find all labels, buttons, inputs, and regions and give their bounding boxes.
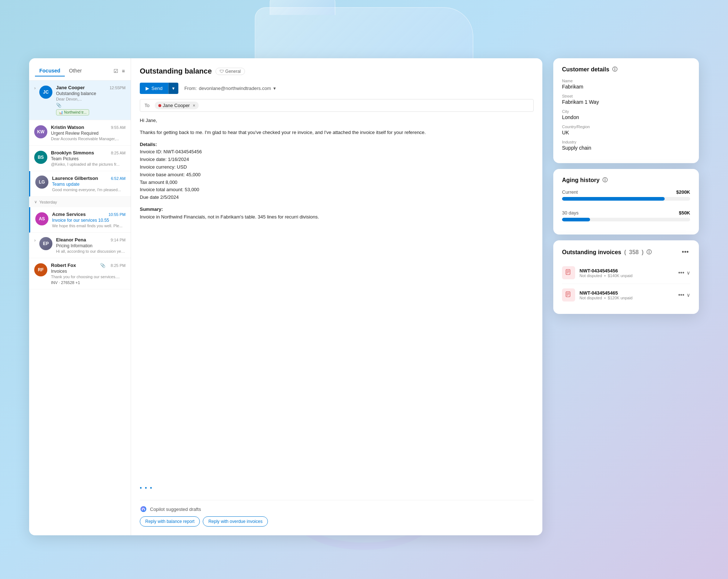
- invoice-icon-2: [562, 288, 575, 302]
- subject-as: Invoice for our services 10.55: [52, 218, 126, 223]
- country-label: Country/Region: [562, 125, 690, 129]
- recipient-dot: [158, 104, 161, 107]
- checkbox-icon[interactable]: ☑: [114, 68, 118, 74]
- recipient-chip-jane-cooper: Jane Cooper ×: [155, 102, 199, 109]
- from-line: From: devonlane@northwindtraders.com ▾: [184, 86, 276, 91]
- invoice-date-line: Invoice date: 1/16/2024: [140, 157, 189, 162]
- outstanding-invoices-title: Outstanding invoices (358) ⓘ •••: [562, 248, 690, 256]
- aging-row-30days: 30 days $50K: [562, 210, 690, 221]
- reply-overdue-invoices-button[interactable]: Reply with overdue invoices: [203, 516, 268, 527]
- info-icon-aging[interactable]: ⓘ: [602, 177, 608, 184]
- street-label: Street: [562, 94, 690, 98]
- email-item-laurence-gilbertson[interactable]: LG Laurence Gilbertson 6:52 AM Teams upd…: [29, 171, 131, 197]
- general-badge: 🛡 General: [215, 68, 245, 75]
- invoice-id-2: NWT-0434545465: [579, 290, 674, 296]
- send-button[interactable]: ▶ Send: [140, 83, 168, 94]
- card-title-left: Outstanding invoices (358) ⓘ: [562, 249, 652, 256]
- invoice-expand-button-1[interactable]: ∨: [687, 270, 690, 276]
- email-content-rf: Robert Fox 📎 8:25 PM Invoices Thank you …: [51, 263, 126, 285]
- svg-point-1: [142, 509, 143, 511]
- avatar-ep: EP: [39, 237, 52, 250]
- email-panel: Focused Other ☑ ≡ › JC Jane Cooper 12: [29, 58, 542, 535]
- reply-balance-report-button[interactable]: Reply with balance report: [140, 516, 200, 527]
- due-date-line: Due date 2/5/2024: [140, 194, 179, 200]
- send-dropdown-button[interactable]: ▾: [168, 83, 178, 94]
- invoice-icon-1: [562, 266, 575, 279]
- filter-icon[interactable]: ≡: [122, 68, 125, 74]
- invoice-status-2: Not disputed • $120K unpaid: [579, 296, 674, 300]
- remove-recipient-button[interactable]: ×: [193, 103, 195, 108]
- invoices-more-button[interactable]: •••: [680, 248, 690, 256]
- avatar-jc: JC: [39, 86, 52, 99]
- aging-label-30days: 30 days $50K: [562, 210, 690, 216]
- preview-bs: @Keiko, I uploaded all the pictures fr..…: [51, 162, 126, 166]
- email-item-jane-cooper[interactable]: › JC Jane Cooper 12:55PM Outstanding bal…: [29, 80, 131, 120]
- outstanding-invoices-card: Outstanding invoices (358) ⓘ ••• NWT-: [553, 240, 699, 314]
- email-content-lg: Laurence Gilbertson 6:52 AM Teams update…: [52, 176, 126, 192]
- date-separator-yesterday: ∨ Yesterday: [29, 197, 131, 207]
- right-panel: Customer details ⓘ Name Fabrikam Street …: [553, 58, 699, 535]
- email-content-bs: Brooklyn Simmons 8:25 AM Team Pictures @…: [51, 150, 126, 166]
- preview-ep: Hi all, according to our discussion yes.…: [56, 249, 126, 253]
- invoice-expand-button-2[interactable]: ∨: [687, 292, 690, 298]
- preview-rf: Thank you for choosing our services....: [51, 275, 126, 279]
- collapse-icon[interactable]: ∨: [34, 200, 37, 204]
- industry-value: Supply chain: [562, 145, 690, 151]
- tab-focused[interactable]: Focused: [35, 66, 65, 76]
- info-icon-invoices[interactable]: ⓘ: [646, 249, 652, 256]
- expand-icon-ep: ›: [34, 238, 36, 243]
- copilot-section: Copilot suggested drafts Reply with bala…: [140, 500, 534, 527]
- invoice-info-2: NWT-0434545465 Not disputed • $120K unpa…: [579, 290, 674, 300]
- email-item-robert-fox[interactable]: RF Robert Fox 📎 8:25 PM Invoices Thank y…: [29, 258, 131, 290]
- invoice-menu-button-1[interactable]: •••: [678, 269, 684, 276]
- invoice-file-icon-2: [565, 291, 572, 299]
- svg-rect-4: [567, 271, 569, 271]
- invoice-currency-line: Invoice currency: USD: [140, 164, 187, 170]
- invoice-id-line: Invoice ID: NWT-0434545456: [140, 149, 202, 154]
- email-list-header: Focused Other ☑ ≡: [29, 58, 131, 80]
- to-field[interactable]: To Jane Cooper ×: [140, 99, 534, 112]
- invoice-total-line: Invoice total amount: 53,000: [140, 187, 199, 192]
- suggestion-buttons: Reply with balance report Reply with ove…: [140, 516, 534, 527]
- subject-lg: Teams update: [52, 182, 126, 187]
- expand-icon-jc: ›: [34, 86, 36, 91]
- industry-label: Industry: [562, 140, 690, 144]
- info-icon-customer[interactable]: ⓘ: [612, 66, 617, 73]
- time-rf: 8:25 PM: [111, 263, 126, 268]
- email-item-acme-services[interactable]: AS Acme Services 10:55 PM Invoice for ou…: [29, 207, 131, 233]
- sender-as: Acme Services 10:55 PM: [52, 212, 126, 217]
- email-content-kw: Kristin Watson 9:55 AM Urgent Review Req…: [51, 125, 126, 141]
- avatar-kw: KW: [34, 125, 47, 138]
- from-dropdown-icon[interactable]: ▾: [273, 86, 276, 91]
- email-item-kristin-watson[interactable]: KW Kristin Watson 9:55 AM Urgent Review …: [29, 120, 131, 146]
- customer-street-row: Street Fabrikam 1 Way: [562, 94, 690, 105]
- subject-jc: Outstanding balance: [56, 91, 126, 96]
- copilot-label: Copilot suggested drafts: [140, 505, 534, 513]
- summary-text: Invoice in Northwind Financials, not in …: [140, 214, 319, 220]
- summary-header: Summary:: [140, 206, 163, 212]
- more-content-dots[interactable]: • • •: [140, 485, 534, 491]
- invoice-status-1: Not disputed • $140K unpaid: [579, 273, 674, 278]
- preview-lg: Good morning everyone, I'm pleased...: [52, 188, 126, 192]
- subject-rf: Invoices: [51, 269, 126, 274]
- name-value: Fabrikam: [562, 84, 690, 90]
- tab-other[interactable]: Other: [65, 66, 86, 76]
- excel-icon-jc: 📊: [59, 110, 63, 114]
- email-compose-title: Outstanding balance 🛡 General: [140, 67, 245, 75]
- invoice-actions-2: ••• ∨: [678, 292, 690, 298]
- sender-rf: Robert Fox 📎 8:25 PM: [51, 263, 126, 268]
- subject-bs: Team Pictures: [51, 156, 126, 161]
- subject-ep: Pricing Information: [56, 243, 126, 248]
- sender-bs: Brooklyn Simmons 8:25 AM: [51, 150, 126, 155]
- tax-amount-line: Tax amount 8,000: [140, 180, 177, 185]
- email-tabs: Focused Other: [35, 66, 86, 76]
- greeting: Hi Jane,: [140, 117, 534, 125]
- invoice-menu-button-2[interactable]: •••: [678, 292, 684, 298]
- svg-rect-5: [567, 272, 569, 272]
- aging-history-title: Aging history ⓘ: [562, 177, 690, 184]
- email-item-brooklyn-simmons[interactable]: BS Brooklyn Simmons 8:25 AM Team Picture…: [29, 146, 131, 171]
- email-item-eleanor-pena[interactable]: › EP Eleanor Pena 9:14 PM Pricing Inform…: [29, 233, 131, 258]
- city-value: London: [562, 114, 690, 120]
- time-lg: 6:52 AM: [111, 176, 126, 181]
- preview-jc: Dear Devon,...: [56, 97, 126, 101]
